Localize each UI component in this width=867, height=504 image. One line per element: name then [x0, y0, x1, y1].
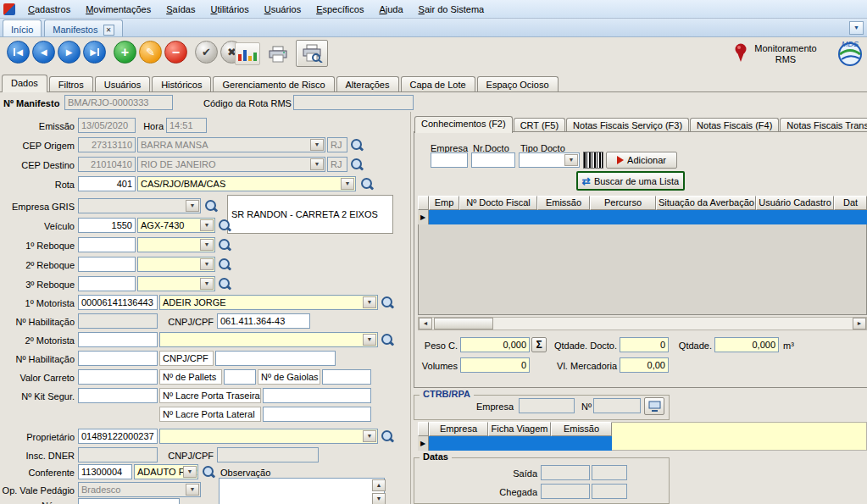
- tab-conhecimentos[interactable]: Conhecimentos (F2): [414, 116, 513, 133]
- rota-rms-field[interactable]: [293, 95, 414, 110]
- vl-mercadoria-field[interactable]: 0,00: [620, 357, 669, 373]
- menu-utilitarios[interactable]: Utilitários: [203, 2, 256, 17]
- lacre-traseira-field[interactable]: [263, 388, 371, 403]
- cep-destino-search-icon[interactable]: [349, 157, 364, 172]
- ctrb-numero-field[interactable]: [593, 398, 641, 413]
- chart-button[interactable]: [235, 42, 260, 65]
- conferente-search-icon[interactable]: [201, 464, 216, 479]
- numero-field[interactable]: [78, 498, 180, 504]
- conferente-codigo-field[interactable]: 11300004: [78, 464, 132, 479]
- cep-destino-field[interactable]: 21010410: [78, 157, 136, 172]
- reboque3-search-icon[interactable]: [217, 276, 232, 291]
- docs-col-usuario[interactable]: Usuário Cadastro: [756, 196, 834, 210]
- nav-first-button[interactable]: ◀: [7, 41, 30, 64]
- docs-col-percurso[interactable]: Percurso: [590, 196, 656, 210]
- proprietario-search-icon[interactable]: [380, 429, 395, 444]
- reboque2-codigo-field[interactable]: [78, 257, 136, 272]
- qtd-docto-field[interactable]: 0: [620, 337, 669, 352]
- cnpj-cpf1-field[interactable]: 061.411.364-43: [217, 313, 310, 329]
- proprietario-combo[interactable]: [159, 429, 378, 444]
- print-preview-button[interactable]: [296, 40, 328, 67]
- docs-col-docto[interactable]: Nº Docto Fiscal: [459, 196, 537, 210]
- tab-inicio[interactable]: Início: [3, 19, 42, 36]
- nav-next-button[interactable]: ▶: [58, 41, 81, 64]
- menu-ajuda[interactable]: Ajuda: [371, 2, 410, 17]
- hora-field[interactable]: 14:51: [166, 118, 207, 133]
- qtdade-field[interactable]: 0,000: [714, 337, 779, 352]
- docs-tipo-docto-combo[interactable]: [519, 152, 580, 168]
- tab-usuarios[interactable]: Usuários: [95, 76, 150, 92]
- peso-field[interactable]: 0,000: [460, 337, 530, 352]
- motorista1-search-icon[interactable]: [380, 295, 395, 310]
- tab-gerenciamento-risco[interactable]: Gerenciamento de Risco: [213, 76, 334, 92]
- saida-hora-field[interactable]: [592, 465, 627, 480]
- motorista2-combo[interactable]: [159, 332, 378, 347]
- ctrb-selected-row[interactable]: [429, 436, 612, 451]
- reboque3-combo[interactable]: [137, 276, 215, 291]
- docs-col-situacao[interactable]: Situação da Averbação: [656, 196, 756, 210]
- adicionar-button[interactable]: Adicionar: [606, 152, 677, 169]
- scroll-left-icon[interactable]: ◄: [419, 318, 432, 330]
- docs-selected-row[interactable]: [429, 210, 867, 224]
- tab-dados[interactable]: Dados: [2, 75, 47, 92]
- ctrb-empresa-field[interactable]: [519, 398, 575, 413]
- edit-record-button[interactable]: ✎: [139, 41, 162, 64]
- scroll-thumb[interactable]: [434, 318, 493, 330]
- docs-empresa-field[interactable]: [431, 152, 468, 168]
- scroll-right-icon[interactable]: ►: [853, 318, 866, 330]
- delete-record-button[interactable]: −: [164, 41, 187, 64]
- cep-origem-search-icon[interactable]: [349, 137, 364, 152]
- lacre-lateral-field[interactable]: [263, 407, 371, 422]
- empresa-gris-search-icon[interactable]: [203, 198, 219, 213]
- emissao-field[interactable]: 13/05/2020: [78, 118, 136, 133]
- menu-sair[interactable]: Sair do Sistema: [411, 2, 492, 17]
- kit-segur-field[interactable]: [78, 388, 158, 403]
- habilitacao2-field[interactable]: [78, 351, 158, 366]
- chegada-data-field[interactable]: [541, 484, 590, 499]
- menu-usuarios[interactable]: Usuários: [257, 2, 308, 17]
- insc-dner-field[interactable]: [78, 447, 158, 462]
- tab-filtros[interactable]: Filtros: [49, 76, 93, 92]
- nav-prev-button[interactable]: ◀: [32, 41, 55, 64]
- observacao-scroll-down-icon[interactable]: ▼: [372, 493, 386, 504]
- nav-last-button[interactable]: ▶: [83, 41, 106, 64]
- docs-col-emissao[interactable]: Emissão: [537, 196, 590, 210]
- buscar-de-uma-lista-button[interactable]: ⇄ Buscar de uma Lista: [576, 171, 685, 191]
- gaiolas-field[interactable]: [322, 369, 371, 385]
- uf-destino-field[interactable]: RJ: [327, 157, 347, 172]
- uf-origem-field[interactable]: RJ: [327, 137, 347, 152]
- observacao-textarea[interactable]: [219, 478, 385, 504]
- saida-data-field[interactable]: [541, 465, 590, 480]
- ctrb-col-empresa[interactable]: Empresa: [429, 422, 488, 436]
- docs-col-emp[interactable]: Emp: [429, 196, 459, 210]
- veiculo-codigo-field[interactable]: 1550: [78, 218, 136, 233]
- print-button[interactable]: [265, 42, 291, 65]
- vale-pedagio-combo[interactable]: Bradesco: [78, 482, 201, 497]
- chegada-hora-field[interactable]: [592, 484, 627, 499]
- reboque1-codigo-field[interactable]: [78, 237, 136, 252]
- ctrb-col-ficha[interactable]: Ficha Viagem: [488, 422, 551, 436]
- tab-manifestos[interactable]: Manifestos ✕: [44, 19, 122, 36]
- tab-overflow-icon[interactable]: ▼: [849, 21, 864, 35]
- sum-button[interactable]: Σ: [531, 337, 547, 352]
- veiculo-search-icon[interactable]: [217, 218, 232, 233]
- docs-hscrollbar[interactable]: ◄ ►: [418, 317, 867, 330]
- tab-alteracoes[interactable]: Alterações: [336, 76, 399, 92]
- menu-saidas[interactable]: Saídas: [158, 2, 203, 17]
- reboque1-combo[interactable]: [137, 237, 215, 252]
- veiculo-combo[interactable]: AGX-7430: [137, 218, 215, 233]
- empresa-gris-combo[interactable]: [78, 198, 201, 213]
- ctrb-lookup-button[interactable]: [644, 397, 664, 415]
- conferente-combo[interactable]: ADAUTO FER: [134, 464, 198, 479]
- tab-espaco-ocioso[interactable]: Espaço Ocioso: [477, 76, 559, 92]
- proprietario-codigo-field[interactable]: 01489122000237: [78, 429, 158, 444]
- confirm-button[interactable]: ✔: [195, 41, 218, 64]
- docs-col-data[interactable]: Dat: [834, 196, 867, 210]
- barcode-icon[interactable]: [583, 152, 603, 169]
- tab-historicos[interactable]: Históricos: [152, 76, 211, 92]
- reboque2-search-icon[interactable]: [217, 257, 232, 272]
- volumes-field[interactable]: 0: [460, 357, 530, 373]
- close-tab-icon[interactable]: ✕: [103, 25, 114, 36]
- manifesto-field[interactable]: BMA/RJO-0000333: [64, 95, 173, 110]
- docs-nr-docto-field[interactable]: [471, 152, 515, 168]
